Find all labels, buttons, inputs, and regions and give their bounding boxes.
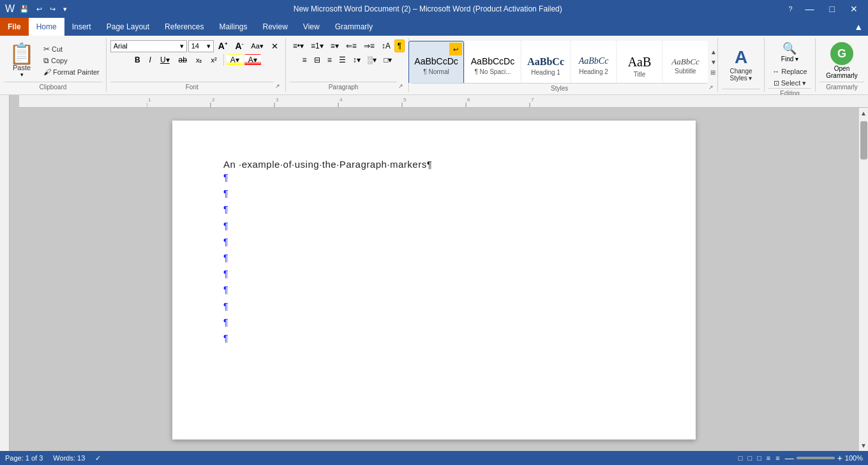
align-right-button[interactable]: ≡ [324,54,335,66]
align-left-button[interactable]: ≡ [299,54,310,66]
view-print-layout[interactable]: □ [738,454,743,462]
cut-icon: ✂ [43,45,50,54]
zoom-in-btn[interactable]: + [837,453,842,463]
style-normal-indicator: ↩ [449,43,462,55]
style-subtitle-label: Subtitle [675,68,696,75]
scroll-up-arrow[interactable]: ▲ [858,108,868,119]
change-styles-label: ChangeStyles ▾ [730,68,752,82]
superscript-button[interactable]: x² [207,55,220,65]
decrease-indent-button[interactable]: ⇐≡ [343,40,360,52]
numbering-button[interactable]: ≡1▾ [308,40,327,52]
minimize-btn[interactable]: — [800,3,819,15]
style-normal[interactable]: ↩ AaBbCcDc ¶ Normal [408,41,463,83]
style-no-spacing-label: ¶ No Spaci... [474,68,511,75]
references-menu[interactable]: References [157,18,211,36]
save-btn[interactable]: 💾 [17,4,31,15]
change-case-button[interactable]: Aa▾ [248,41,266,52]
paragraph-dialog-launcher[interactable]: ↗ [397,82,405,91]
show-marks-button[interactable]: ¶ [394,40,405,52]
clear-format-button[interactable]: ✕ [268,40,281,52]
replace-button[interactable]: ↔ Replace [770,67,809,76]
document-heading[interactable]: An ·example·of·using·the·Paragraph·marke… [223,159,645,170]
select-button[interactable]: ⊡ Select ▾ [771,78,809,88]
styles-scroll-down[interactable]: ▼ [709,57,718,67]
shading-button[interactable]: ░▾ [364,54,380,66]
redo-btn[interactable]: ↪ [47,4,58,15]
insert-menu[interactable]: Insert [64,18,99,36]
style-no-spacing[interactable]: AaBbCcDc ¶ No Spaci... [465,41,520,83]
undo-btn[interactable]: ↩ [34,4,45,15]
clipboard-small-buttons: ✂ Cut ⧉ Copy 🖌 Format Painter [41,44,102,77]
para-row2: ≡ ⊟ ≡ ☰ ↕▾ ░▾ □▾ [299,54,396,66]
para-mark-11: ¶ [223,330,645,346]
font-size-selector[interactable]: 14 ▾ [188,40,214,52]
sort-button[interactable]: ↕A [378,40,394,52]
page-layout-menu[interactable]: Page Layout [99,18,157,36]
grammarly-menu[interactable]: Grammarly [327,18,380,36]
scroll-down-arrow[interactable]: ▼ [858,440,868,451]
cut-label: Cut [52,45,63,53]
customize-btn[interactable]: ▾ [61,4,70,15]
bullets-button[interactable]: ≡•▾ [290,40,307,52]
para-mark-4: ¶ [223,218,645,234]
close-btn[interactable]: ✕ [845,3,863,15]
maximize-btn[interactable]: □ [825,3,840,15]
ribbon-expand-btn[interactable]: ▲ [854,22,863,32]
font-shrink-button[interactable]: A- [232,40,247,52]
word-count: Words: 13 [53,454,85,462]
review-menu[interactable]: Review [255,18,295,36]
bold-button[interactable]: B [131,54,144,66]
view-draft[interactable]: ≡ [775,454,779,462]
strikethrough-button[interactable]: ab [175,54,191,66]
multilevel-button[interactable]: ≡▾ [327,40,342,52]
find-button[interactable]: 🔍 Find ▾ [775,40,804,64]
line-spacing-button[interactable]: ↕▾ [350,54,364,66]
text-highlight-button[interactable]: A▾ [227,54,243,66]
scrollbar-thumb[interactable] [860,121,867,159]
align-center-button[interactable]: ⊟ [311,54,324,66]
document-page[interactable]: An ·example·of·using·the·Paragraph·marke… [172,121,696,439]
style-heading2[interactable]: AaBbCc Heading 2 [571,41,616,83]
subscript-button[interactable]: x₂ [192,55,206,66]
font-name-selector[interactable]: Arial ▾ [110,40,187,52]
view-web-layout[interactable]: □ [757,454,761,462]
replace-icon: ↔ [772,68,779,75]
styles-expand[interactable]: ⊞ [709,68,718,77]
font-grow-button[interactable]: A+ [215,40,231,52]
para-row1: ≡•▾ ≡1▾ ≡▾ ⇐≡ ⇒≡ ↕A ¶ [290,40,405,52]
home-menu[interactable]: Home [29,18,64,36]
borders-button[interactable]: □▾ [380,54,395,66]
zoom-level[interactable]: 100% [845,454,863,462]
vertical-scrollbar[interactable]: ▲ ▼ [858,108,868,451]
text-color-button[interactable]: A▾ [244,54,261,66]
change-styles-button[interactable]: A ChangeStyles ▾ [722,45,760,84]
style-title[interactable]: AaB Title [617,41,662,83]
file-menu[interactable]: File [0,18,29,36]
zoom-slider[interactable] [797,457,835,459]
zoom-out-btn[interactable]: — [785,453,794,463]
italic-button[interactable]: I [146,54,155,66]
underline-button[interactable]: U▾ [156,54,174,66]
mailings-menu[interactable]: Mailings [211,18,255,36]
justify-button[interactable]: ☰ [336,54,349,66]
paste-button[interactable]: 📋 Paste ▾ [4,41,40,80]
format-painter-button[interactable]: 🖌 Format Painter [41,67,102,77]
help-btn[interactable]: ? [786,4,795,14]
style-heading1[interactable]: AaBbCc Heading 1 [521,41,570,83]
open-grammarly-button[interactable]: G OpenGrammarly [819,40,864,81]
editor-body[interactable]: An ·example·of·using·the·Paragraph·marke… [10,108,858,451]
view-menu[interactable]: View [296,18,327,36]
copy-button[interactable]: ⧉ Copy [41,55,102,66]
styles-dialog-launcher[interactable]: ↗ [707,83,715,92]
word-icon: W [5,3,15,15]
style-subtitle[interactable]: AaBbCc Subtitle [663,41,708,83]
editing-group: 🔍 Find ▾ ↔ Replace ⊡ Select ▾ Editing [765,38,816,92]
view-outline[interactable]: ≡ [767,454,770,462]
cut-button[interactable]: ✂ Cut [41,44,102,54]
title-bar: W 💾 ↩ ↪ ▾ New Microsoft Word Document (2… [0,0,868,18]
paragraph-group-label: Paragraph [290,82,397,91]
font-dialog-launcher[interactable]: ↗ [274,82,281,91]
styles-scroll-up[interactable]: ▲ [709,47,718,57]
view-full-reading[interactable]: □ [748,454,752,462]
increase-indent-button[interactable]: ⇒≡ [361,40,378,52]
